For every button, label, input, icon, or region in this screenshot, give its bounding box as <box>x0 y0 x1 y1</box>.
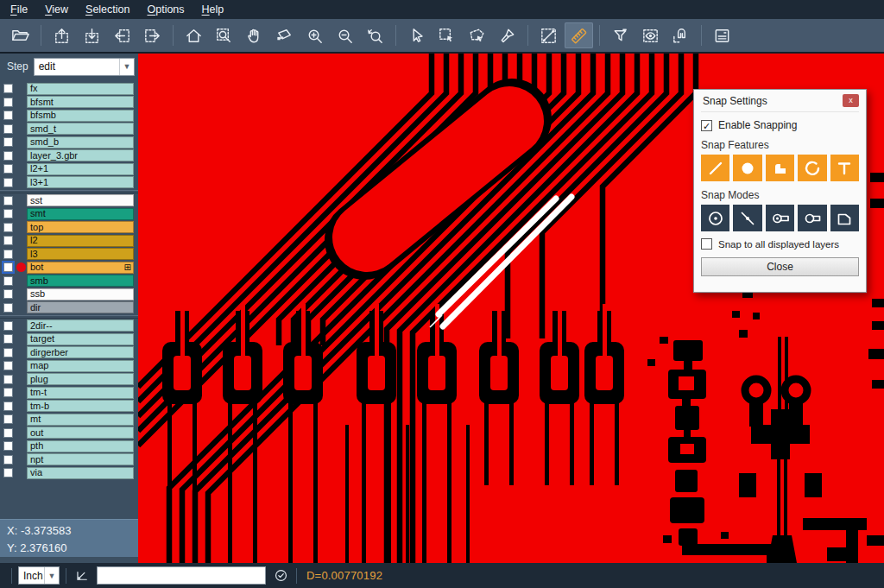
pad-entry-snap-button[interactable] <box>766 205 794 231</box>
layer-checkbox-map[interactable] <box>3 361 13 370</box>
enable-snapping-checkbox[interactable]: ✓ <box>701 120 712 131</box>
layer-bar-npt[interactable]: npt <box>27 453 134 465</box>
command-input[interactable] <box>97 566 266 585</box>
filter-button[interactable] <box>606 22 635 48</box>
layer-bar-layer_3.gbr[interactable]: layer_3.gbr <box>27 149 134 161</box>
open-folder-button[interactable] <box>6 22 35 48</box>
midpoint-snap-button[interactable] <box>733 205 761 231</box>
ruler-button[interactable] <box>565 22 593 48</box>
step-dropdown[interactable]: edit ▼ <box>34 58 135 76</box>
text-snap-button[interactable] <box>830 155 859 181</box>
layer-checkbox-out[interactable] <box>3 428 13 438</box>
layer-checkbox-smt[interactable] <box>3 209 13 218</box>
pad-snap-button[interactable] <box>798 205 826 231</box>
layer-checkbox-l3[interactable] <box>3 250 13 259</box>
menu-options[interactable]: Options <box>138 0 193 19</box>
layer-checkbox-plug[interactable] <box>3 375 13 384</box>
layer-checkbox-sst[interactable] <box>3 196 13 205</box>
dialog-title-bar[interactable]: Snap Settings x <box>701 90 859 112</box>
layer-checkbox-l2+1[interactable] <box>3 164 13 174</box>
snap-all-layers-checkbox[interactable] <box>701 238 712 250</box>
layer-bar-ssb[interactable]: ssb <box>27 288 134 300</box>
layer-bar-pth[interactable]: pth <box>27 440 134 452</box>
clean-brush-button[interactable] <box>493 22 521 48</box>
menu-file[interactable]: File <box>2 0 36 19</box>
layer-bar-bfsmb[interactable]: bfsmb <box>27 110 134 122</box>
menu-help[interactable]: Help <box>193 0 233 19</box>
zoom-out-button[interactable] <box>331 22 359 48</box>
layer-bar-mt[interactable]: mt <box>27 414 134 426</box>
layer-checkbox-2dir--[interactable] <box>3 321 13 331</box>
history-check-icon[interactable] <box>271 566 290 585</box>
layer-bar-target[interactable]: target <box>27 333 134 345</box>
layer-bar-top[interactable]: top <box>27 221 134 233</box>
shift-up-button[interactable] <box>47 22 76 48</box>
layer-bar-plug[interactable]: plug <box>27 373 134 385</box>
layer-bar-sst[interactable]: sst <box>27 194 134 206</box>
select-cursor-button[interactable] <box>402 22 431 48</box>
select-rect-button[interactable] <box>433 22 461 48</box>
select-poly-button[interactable] <box>463 22 491 48</box>
layer-bar-2dir--[interactable]: 2dir-- <box>27 319 134 332</box>
layer-checkbox-bot[interactable] <box>3 262 13 272</box>
measure-line-button[interactable] <box>534 22 563 48</box>
layer-checkbox-top[interactable] <box>3 223 13 232</box>
layer-bar-smd_b[interactable]: smd_b <box>27 136 134 149</box>
layer-checkbox-pth[interactable] <box>3 441 13 451</box>
layer-checkbox-bfsmb[interactable] <box>3 111 13 120</box>
layer-bar-l3[interactable]: l3 <box>27 248 134 260</box>
center-snap-button[interactable] <box>701 205 729 231</box>
layer-bar-smd_t[interactable]: smd_t <box>27 123 134 135</box>
layer-bar-dirgerber[interactable]: dirgerber <box>27 346 134 358</box>
layer-checkbox-dirgerber[interactable] <box>3 348 13 357</box>
menu-selection[interactable]: Selection <box>77 0 138 19</box>
layer-bar-out[interactable]: out <box>27 427 134 439</box>
layer-bar-l2[interactable]: l2 <box>27 235 134 247</box>
layer-bar-l3+1[interactable]: l3+1 <box>27 176 134 188</box>
dialog-close-button[interactable]: x <box>843 94 859 107</box>
layer-bar-smb[interactable]: smb <box>27 275 134 287</box>
layer-checkbox-smb[interactable] <box>3 276 13 286</box>
show-region-button[interactable] <box>636 22 665 48</box>
zoom-previous-button[interactable] <box>361 22 389 48</box>
surface-snap-button[interactable] <box>766 155 794 181</box>
layer-bar-bot[interactable]: bot⊞ <box>27 262 134 274</box>
layer-bar-dir[interactable]: dir <box>27 301 134 313</box>
layer-bar-via[interactable]: via <box>27 467 134 479</box>
arc-snap-button[interactable] <box>798 155 826 181</box>
layer-checkbox-l2[interactable] <box>3 236 13 245</box>
unit-dropdown[interactable]: Inch ▼ <box>18 566 60 585</box>
layer-bar-bfsmt[interactable]: bfsmt <box>27 96 134 108</box>
layer-checkbox-ssb[interactable] <box>3 289 13 299</box>
layer-bar-smt[interactable]: smt <box>27 208 134 220</box>
line-snap-button[interactable] <box>701 155 729 181</box>
layer-checkbox-tm-b[interactable] <box>3 401 13 411</box>
layer-checkbox-npt[interactable] <box>3 455 13 465</box>
shift-right-button[interactable] <box>138 22 167 48</box>
zoom-in-button[interactable] <box>300 22 329 48</box>
layer-checkbox-bfsmt[interactable] <box>3 98 13 107</box>
layer-checkbox-fx[interactable] <box>3 84 13 93</box>
layer-bar-fx[interactable]: fx <box>27 83 134 95</box>
menu-view[interactable]: View <box>36 0 77 19</box>
pan-hand-button[interactable] <box>240 22 268 48</box>
layer-checkbox-via[interactable] <box>3 468 13 477</box>
layer-bar-tm-t[interactable]: tm-t <box>27 387 134 399</box>
shift-down-button[interactable] <box>78 22 106 48</box>
angle-corner-icon[interactable] <box>73 566 92 585</box>
home-button[interactable] <box>180 22 208 48</box>
close-button[interactable]: Close <box>701 257 859 276</box>
layer-checkbox-smd_b[interactable] <box>3 137 13 147</box>
contour-snap-button[interactable] <box>830 205 859 231</box>
layer-checkbox-layer_3.gbr[interactable] <box>3 151 13 161</box>
zoom-area-button[interactable] <box>210 22 238 48</box>
shift-left-button[interactable] <box>108 22 136 48</box>
notes-form-button[interactable] <box>708 22 736 48</box>
circle-snap-button[interactable] <box>733 155 761 181</box>
layer-bar-map[interactable]: map <box>27 360 134 372</box>
layer-checkbox-target[interactable] <box>3 334 13 344</box>
layer-bar-tm-b[interactable]: tm-b <box>27 400 134 412</box>
layer-checkbox-l3+1[interactable] <box>3 178 13 187</box>
layer-checkbox-dir[interactable] <box>3 303 13 313</box>
layer-checkbox-tm-t[interactable] <box>3 388 13 397</box>
